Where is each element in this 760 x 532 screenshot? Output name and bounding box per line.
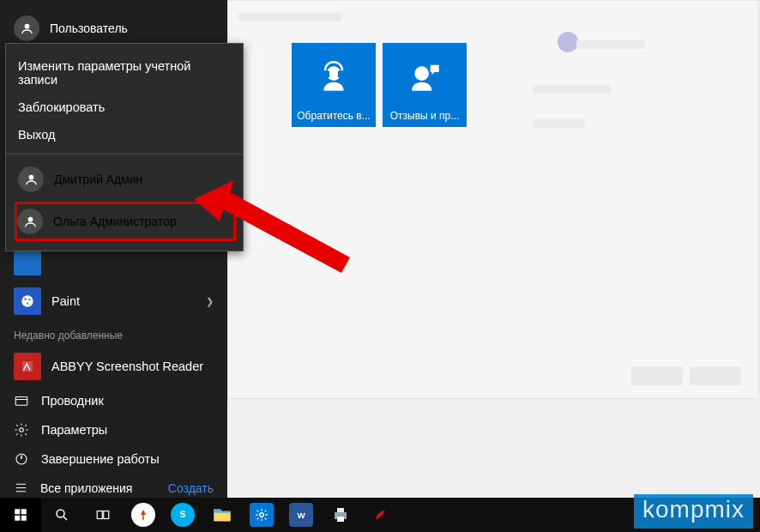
hamburger-icon	[14, 481, 28, 495]
search-button[interactable]	[41, 498, 82, 532]
start-menu-bottom: Проводник Параметры Завершение работы Вс…	[0, 386, 227, 511]
explorer-icon	[14, 393, 29, 408]
svg-rect-13	[338, 70, 342, 77]
word-icon: W	[289, 503, 313, 527]
paint-icon	[14, 287, 41, 315]
user-avatar-icon	[17, 209, 43, 234]
svg-point-2	[24, 298, 27, 300]
svg-rect-21	[104, 511, 109, 519]
svg-rect-15	[15, 509, 20, 514]
explorer-button[interactable]: Проводник	[0, 386, 227, 415]
start-button[interactable]	[0, 498, 41, 532]
chevron-right-icon: ❯	[206, 296, 214, 307]
app-icon	[14, 248, 41, 275]
lock-item[interactable]: Заблокировать	[6, 94, 243, 121]
gear-icon	[14, 422, 29, 438]
user-account-flyout: Изменить параметры учетной записи Заблок…	[5, 43, 244, 251]
current-user-name: Пользователь	[50, 21, 128, 35]
support-icon	[317, 43, 351, 110]
power-button[interactable]: Завершение работы	[0, 444, 227, 474]
svg-point-4	[27, 302, 29, 305]
svg-point-0	[24, 23, 29, 28]
start-menu-tiles: Обратитесь в... Отзывы и пр...	[292, 43, 467, 127]
search-icon	[54, 507, 69, 523]
svg-rect-12	[325, 70, 329, 77]
skype-icon: S	[171, 503, 195, 527]
settings-icon	[250, 503, 274, 527]
change-account-settings[interactable]: Изменить параметры учетной записи	[6, 52, 243, 94]
svg-point-14	[414, 66, 429, 81]
app-item-paint[interactable]: Paint ❯	[0, 281, 227, 321]
svg-rect-27	[337, 517, 344, 522]
svg-point-9	[27, 216, 33, 221]
svg-point-8	[28, 174, 33, 179]
svg-point-23	[260, 513, 264, 517]
svg-rect-16	[21, 509, 27, 514]
app-label: Paint	[51, 294, 80, 308]
user-avatar-icon	[14, 15, 39, 41]
taskbar-app-settings[interactable]	[242, 498, 281, 532]
task-view-button[interactable]	[82, 498, 124, 532]
tile-contact-support[interactable]: Обратитесь в...	[292, 43, 376, 127]
task-view-icon	[95, 507, 111, 523]
switch-user-dmitry[interactable]: Дмитрий Админ	[6, 160, 243, 199]
printer-icon	[329, 503, 353, 527]
settings-label: Параметры	[41, 423, 107, 437]
all-apps-label: Все приложения	[40, 481, 132, 495]
user-name-label: Ольга Администратор	[53, 215, 177, 228]
svg-point-1	[21, 295, 33, 306]
svg-point-19	[57, 510, 64, 517]
svg-rect-5	[15, 397, 27, 406]
taskbar-app-explorer[interactable]	[202, 498, 242, 532]
recently-added-header: Недавно добавленные	[0, 321, 227, 347]
svg-point-6	[20, 428, 24, 432]
explorer-label: Проводник	[41, 394, 104, 408]
yandex-icon	[131, 503, 155, 527]
svg-text:S: S	[180, 510, 186, 519]
app-label: ABBYY Screenshot Reader	[51, 360, 203, 373]
power-label: Завершение работы	[41, 452, 160, 466]
svg-rect-18	[21, 516, 27, 521]
taskbar-app-unknown-red[interactable]	[360, 498, 400, 532]
user-name-label: Дмитрий Админ	[54, 172, 142, 186]
svg-rect-20	[97, 511, 102, 519]
watermark: kompmix	[634, 494, 753, 529]
create-link[interactable]: Создать	[168, 481, 214, 495]
tile-feedback[interactable]: Отзывы и пр...	[383, 43, 467, 127]
user-avatar-icon	[18, 166, 44, 192]
app-item-abbyy[interactable]: ABBYY Screenshot Reader	[0, 347, 227, 386]
taskbar-app-printer[interactable]	[321, 498, 360, 532]
svg-text:W: W	[297, 511, 305, 520]
taskbar-app-word[interactable]: W	[281, 498, 321, 532]
signout-item[interactable]: Выход	[6, 121, 243, 148]
power-icon	[14, 451, 29, 467]
app-icon	[368, 503, 392, 527]
folder-icon	[210, 503, 234, 527]
taskbar-app-skype[interactable]: S	[163, 498, 202, 532]
switch-user-olga-highlighted[interactable]: Ольга Администратор	[15, 202, 236, 241]
abbyy-icon	[14, 353, 41, 380]
svg-rect-26	[337, 508, 344, 512]
windows-icon	[13, 507, 28, 523]
svg-point-3	[28, 299, 31, 301]
tile-label: Обратитесь в...	[297, 110, 371, 122]
svg-rect-17	[15, 516, 20, 521]
separator	[6, 154, 243, 154]
taskbar-app-yandex[interactable]	[124, 498, 163, 532]
feedback-icon	[407, 43, 442, 110]
settings-button[interactable]: Параметры	[0, 415, 227, 444]
tile-label: Отзывы и пр...	[390, 110, 460, 122]
